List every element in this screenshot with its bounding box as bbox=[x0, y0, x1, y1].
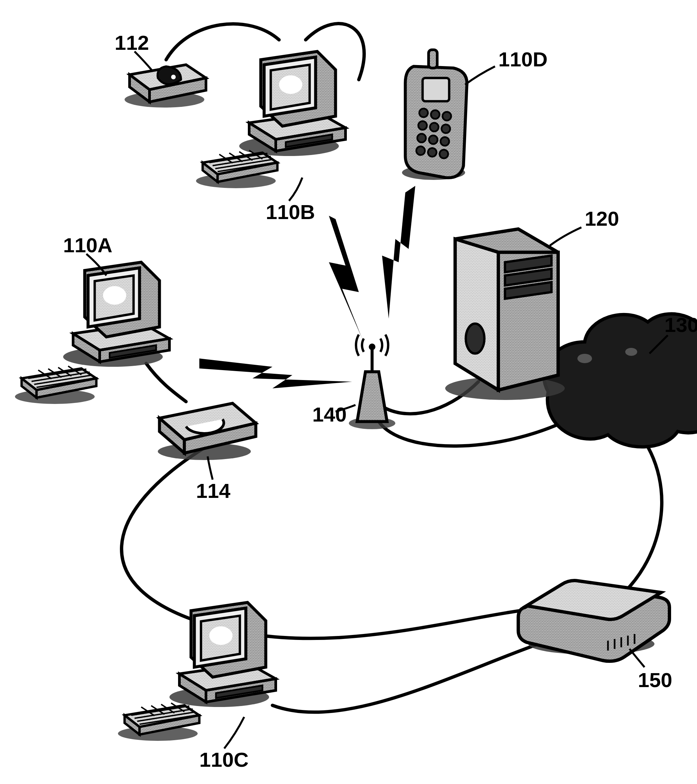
pc-110a-icon bbox=[63, 262, 169, 367]
label-110a: 110A bbox=[63, 234, 112, 257]
svg-point-38 bbox=[430, 123, 439, 132]
label-150: 150 bbox=[638, 669, 672, 692]
label-140: 140 bbox=[312, 403, 347, 426]
svg-marker-19 bbox=[199, 359, 352, 388]
svg-point-40 bbox=[417, 134, 426, 142]
modem-icon bbox=[518, 581, 669, 661]
svg-point-35 bbox=[431, 110, 439, 119]
svg-point-34 bbox=[419, 109, 428, 117]
mobile-phone-icon bbox=[402, 50, 467, 180]
svg-rect-32 bbox=[429, 50, 437, 68]
label-120: 120 bbox=[585, 207, 619, 230]
label-110b: 110B bbox=[266, 201, 315, 223]
keyboard-110b-icon bbox=[196, 150, 277, 188]
keyboard-110a-icon bbox=[15, 366, 96, 404]
label-110c: 110C bbox=[199, 748, 248, 771]
svg-point-43 bbox=[416, 147, 425, 155]
svg-point-23 bbox=[625, 348, 637, 356]
svg-rect-33 bbox=[423, 78, 449, 101]
svg-point-28 bbox=[369, 344, 375, 350]
label-130: 130 bbox=[664, 313, 697, 336]
svg-point-37 bbox=[418, 121, 427, 130]
label-112: 112 bbox=[115, 31, 149, 54]
svg-point-22 bbox=[577, 354, 592, 363]
svg-point-42 bbox=[441, 137, 449, 146]
label-110d: 110D bbox=[498, 48, 547, 71]
svg-marker-21 bbox=[382, 186, 415, 319]
svg-point-25 bbox=[466, 324, 484, 354]
webcam-icon bbox=[125, 65, 206, 107]
svg-point-39 bbox=[441, 125, 450, 133]
svg-point-44 bbox=[428, 148, 436, 156]
svg-point-30 bbox=[171, 75, 176, 79]
svg-point-36 bbox=[443, 112, 451, 120]
svg-point-41 bbox=[429, 135, 438, 144]
scanner-icon bbox=[158, 403, 256, 460]
server-icon bbox=[445, 229, 565, 400]
label-114: 114 bbox=[196, 479, 231, 502]
svg-marker-20 bbox=[329, 216, 362, 339]
network-diagram: 112 110A 110B 110C 110D 114 120 130 140 … bbox=[0, 0, 697, 784]
keyboard-110c-icon bbox=[118, 703, 199, 741]
antenna-icon bbox=[349, 334, 395, 429]
svg-point-45 bbox=[439, 150, 448, 158]
pc-110b-icon bbox=[239, 51, 345, 156]
